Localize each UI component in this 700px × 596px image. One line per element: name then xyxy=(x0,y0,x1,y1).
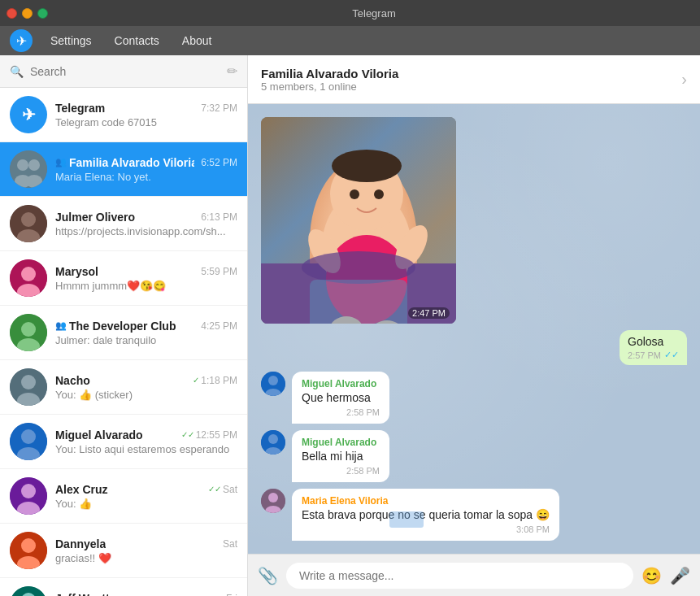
svg-point-18 xyxy=(21,429,36,444)
msg-bubble-text: Esta brava porque no se queria tomar la … xyxy=(302,508,550,521)
search-bar: 🔍 ✏ xyxy=(0,55,247,88)
window-controls xyxy=(7,8,48,19)
chat-item-dannyela[interactable]: Dannyela Sat gracias!! ❤️ xyxy=(0,524,247,578)
avatar-miguel-reply2 xyxy=(261,430,285,455)
chat-time: ✓1:18 PM xyxy=(193,375,237,386)
chat-info-nacho: Nacho ✓1:18 PM You: 👍 (sticker) xyxy=(55,374,237,401)
avatar-marysol xyxy=(10,259,47,297)
chat-preview: You: 👍 xyxy=(55,498,237,510)
chat-item-familia[interactable]: 👥 Familia Alvarado Viloria 6:52 PM Maria… xyxy=(0,142,247,197)
svg-point-9 xyxy=(21,267,36,281)
msg-sender-name: Miguel Alvarado xyxy=(302,378,380,389)
chat-item-miguel[interactable]: Miguel Alvarado ✓✓12:55 PM You: Listo aq… xyxy=(0,415,247,469)
msg-bubble-miguel-1: Miguel Alvarado Que hermosa 2:58 PM xyxy=(292,372,389,424)
double-check-icon: ✓✓ xyxy=(664,350,679,360)
chat-preview: Hmmm jummm❤️😘😋 xyxy=(55,280,237,292)
chat-time: 6:52 PM xyxy=(201,157,237,168)
chat-preview: https://projects.invisionapp.com/sh... xyxy=(55,225,237,237)
menu-settings[interactable]: Settings xyxy=(46,31,97,50)
msg-sender-name: Miguel Alvarado xyxy=(302,437,380,448)
msg-golosa-text: Golosa xyxy=(628,335,679,348)
svg-point-40 xyxy=(302,251,415,284)
chat-info-alex: Alex Cruz ✓✓Sat You: 👍 xyxy=(55,483,237,510)
chat-info-marysol: Marysol 5:59 PM Hmmm jummm❤️😘😋 xyxy=(55,265,237,292)
svg-point-6 xyxy=(21,212,36,227)
svg-point-32 xyxy=(332,150,402,182)
chat-name: Telegram xyxy=(55,102,105,115)
chat-info-familia: 👥 Familia Alvarado Viloria 6:52 PM Maria… xyxy=(55,156,237,183)
messages-area: 2:47 PM Golosa 2:57 PM ✓✓ xyxy=(248,104,700,554)
chat-item-telegram[interactable]: ✈ Telegram 7:32 PM Telegram code 67015 xyxy=(0,88,247,142)
app-logo: ✈ xyxy=(10,29,33,52)
attach-button[interactable]: 📎 xyxy=(258,566,278,585)
chat-header-info: Familia Alvarado Viloria 5 members, 1 on… xyxy=(261,67,672,93)
chat-item-devclub[interactable]: 👥 The Developer Club 4:25 PM Julmer: dal… xyxy=(0,306,247,360)
svg-rect-41 xyxy=(310,280,407,324)
chat-header: Familia Alvarado Viloria 5 members, 1 on… xyxy=(248,55,700,104)
chat-time: 4:25 PM xyxy=(201,320,237,332)
chat-name-row: 👥 Familia Alvarado Viloria 6:52 PM xyxy=(55,156,237,169)
compose-icon[interactable]: ✏ xyxy=(227,63,237,79)
chat-name: Dannyela xyxy=(55,537,106,550)
msg-bubble-time: 2:58 PM xyxy=(346,407,380,417)
chat-time: 5:59 PM xyxy=(201,266,237,277)
chat-time: ✓✓12:55 PM xyxy=(181,429,237,441)
chat-name-row: Telegram 7:32 PM xyxy=(55,102,237,115)
msg-sender-name: Maria Elena Viloria xyxy=(302,495,550,507)
avatar-familia xyxy=(10,150,47,188)
chat-time: 6:13 PM xyxy=(201,211,237,223)
avatar-dannyela xyxy=(10,532,47,569)
chat-name: Nacho xyxy=(55,374,90,387)
msg-bubble-time: 3:08 PM xyxy=(516,524,550,534)
chevron-right-icon[interactable]: › xyxy=(681,70,687,89)
msg-miguel-2: Miguel Alvarado Bella mi hija 2:58 PM xyxy=(261,430,570,482)
msg-golosa: Golosa 2:57 PM ✓✓ xyxy=(620,330,687,365)
chat-info-miguel: Miguel Alvarado ✓✓12:55 PM You: Listo aq… xyxy=(55,429,237,455)
avatar-devclub xyxy=(10,314,47,351)
close-button[interactable] xyxy=(7,8,17,19)
avatar-miguel xyxy=(10,423,47,460)
chat-item-alex[interactable]: Alex Cruz ✓✓Sat You: 👍 xyxy=(0,469,247,524)
message-input[interactable] xyxy=(286,563,633,589)
chat-name: 👥 The Developer Club xyxy=(55,320,176,333)
chat-item-julmer[interactable]: Julmer Olivero 6:13 PM https://projects.… xyxy=(0,197,247,251)
chat-info-julmer: Julmer Olivero 6:13 PM https://projects.… xyxy=(55,211,237,237)
chat-name: 👥 Familia Alvarado Viloria xyxy=(55,156,194,169)
chat-item-marysol[interactable]: Marysol 5:59 PM Hmmm jummm❤️😘😋 xyxy=(0,251,247,306)
svg-point-34 xyxy=(374,189,384,199)
msg-maria: Maria Elena Viloria Esta brava porque no… xyxy=(261,489,602,541)
msg-golosa-meta: 2:57 PM ✓✓ xyxy=(628,350,679,360)
main-layout: 🔍 ✏ ✈ Telegram 7:32 PM Telegram code 670… xyxy=(0,55,700,596)
svg-point-15 xyxy=(21,375,36,389)
menu-contacts[interactable]: Contacts xyxy=(110,31,164,50)
input-bar: 📎 😊 🎤 xyxy=(248,554,700,596)
chat-header-status: 5 members, 1 online xyxy=(261,80,672,93)
emoji-button[interactable]: 😊 xyxy=(641,566,662,585)
chat-preview: gracias!! ❤️ xyxy=(55,552,237,564)
chat-list: ✈ Telegram 7:32 PM Telegram code 67015 xyxy=(0,88,247,596)
menu-about[interactable]: About xyxy=(177,31,217,50)
search-input[interactable] xyxy=(30,65,220,78)
chat-preview: Julmer: dale tranquilo xyxy=(55,334,237,346)
avatar-julmer xyxy=(10,205,47,242)
svg-point-33 xyxy=(350,189,359,199)
chat-info-jeff: Jeff Wyatt Fri OK see you there! xyxy=(55,592,237,597)
msg-miguel-1: Miguel Alvarado Que hermosa 2:58 PM xyxy=(261,372,570,424)
sidebar: 🔍 ✏ ✈ Telegram 7:32 PM Telegram code 670… xyxy=(0,55,248,596)
chat-item-jeff[interactable]: Jeff Wyatt Fri OK see you there! xyxy=(0,578,247,596)
msg-golosa-time: 2:57 PM xyxy=(628,350,661,360)
title-bar: Telegram xyxy=(0,0,700,26)
chat-info-devclub: 👥 The Developer Club 4:25 PM Julmer: dal… xyxy=(55,320,237,346)
chat-time: ✓✓Sat xyxy=(208,484,237,495)
chat-preview: You: Listo aqui estaremos esperando xyxy=(55,443,237,455)
microphone-button[interactable]: 🎤 xyxy=(670,566,690,585)
maximize-button[interactable] xyxy=(37,8,48,19)
chat-time: 7:32 PM xyxy=(201,102,237,114)
msg-bubble-meta: 2:58 PM xyxy=(302,466,380,476)
chat-time: Sat xyxy=(223,538,237,550)
minimize-button[interactable] xyxy=(22,8,33,19)
chat-item-nacho[interactable]: Nacho ✓1:18 PM You: 👍 (sticker) xyxy=(0,360,247,415)
msg-bubble-text: Bella mi hija xyxy=(302,450,380,463)
window-title: Telegram xyxy=(54,7,693,20)
chat-preview: You: 👍 (sticker) xyxy=(55,389,237,401)
